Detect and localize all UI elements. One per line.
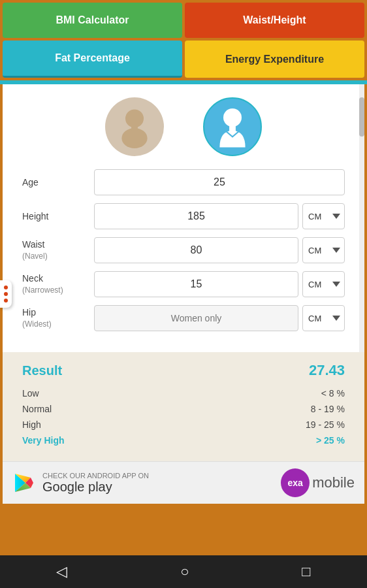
- home-button[interactable]: ○: [180, 563, 189, 580]
- recents-button[interactable]: □: [302, 563, 310, 580]
- exa-circle: exa: [281, 468, 310, 497]
- height-row: Height CM IN: [22, 203, 345, 229]
- hip-row: Hip (Widest) CM IN: [22, 305, 345, 331]
- waist-height-button[interactable]: Waist/Height: [185, 3, 364, 38]
- dot-1: [4, 286, 8, 289]
- gp-text: CHECK OUR ANDROID APP ON Google play: [42, 472, 149, 495]
- result-row-normal: Normal 8 - 19 %: [22, 401, 345, 417]
- dot-2: [4, 292, 8, 296]
- google-play-banner[interactable]: CHECK OUR ANDROID APP ON Google play exa…: [3, 461, 364, 504]
- female-avatar[interactable]: [105, 97, 164, 156]
- neck-row: Neck (Narrowest) CM IN: [22, 271, 345, 297]
- age-input[interactable]: [94, 169, 345, 195]
- waist-input[interactable]: [94, 237, 298, 263]
- back-button[interactable]: ◁: [56, 563, 67, 580]
- side-dots[interactable]: [0, 280, 12, 308]
- result-value: 27.43: [309, 362, 345, 379]
- hip-label: Hip (Widest): [22, 307, 94, 329]
- result-row-high: High 19 - 25 %: [22, 417, 345, 433]
- hip-input[interactable]: [94, 305, 298, 331]
- svg-point-3: [223, 108, 242, 127]
- scroll-thumb[interactable]: [359, 97, 364, 137]
- play-store-icon: [12, 471, 36, 495]
- age-label: Age: [22, 177, 94, 188]
- gp-left: CHECK OUR ANDROID APP ON Google play: [12, 471, 149, 495]
- bmi-calculator-button[interactable]: BMI Calculator: [3, 3, 182, 38]
- result-row-low: Low < 8 %: [22, 385, 345, 401]
- bottom-nav: ◁ ○ □: [0, 555, 367, 588]
- male-avatar[interactable]: [203, 97, 262, 156]
- waist-row: Waist (Navel) CM IN: [22, 237, 345, 263]
- height-label: Height: [22, 211, 94, 222]
- svg-rect-4: [229, 126, 236, 131]
- top-nav: BMI Calculator Waist/Height Fat Percenta…: [0, 0, 367, 80]
- scroll-track[interactable]: [359, 84, 364, 352]
- waist-unit-select[interactable]: CM IN: [302, 237, 345, 263]
- neck-input[interactable]: [94, 271, 298, 297]
- height-input[interactable]: [94, 203, 298, 229]
- age-row: Age: [22, 169, 345, 195]
- result-label: Result: [22, 363, 62, 378]
- result-row-very-high: Very High > 25 %: [22, 433, 345, 448]
- hip-unit-select[interactable]: CM IN: [302, 305, 345, 331]
- exa-text: mobile: [312, 474, 355, 491]
- svg-point-0: [125, 109, 144, 127]
- avatar-section: [3, 84, 364, 163]
- exa-logo: exa mobile: [281, 468, 355, 497]
- fat-percentage-button[interactable]: Fat Percentage: [3, 41, 182, 78]
- result-table: Low < 8 % Normal 8 - 19 % High 19 - 25 %…: [22, 385, 345, 448]
- waist-label: Waist (Navel): [22, 239, 94, 261]
- dot-3: [4, 299, 8, 302]
- energy-expenditure-button[interactable]: Energy Expenditure: [185, 41, 364, 78]
- neck-label: Neck (Narrowest): [22, 273, 94, 295]
- height-unit-select[interactable]: CM IN: [302, 203, 345, 229]
- neck-unit-select[interactable]: CM IN: [302, 271, 345, 297]
- form-area: Age Height CM IN Waist (Navel) CM IN: [3, 163, 364, 352]
- svg-rect-2: [131, 127, 138, 131]
- result-header: Result 27.43: [22, 362, 345, 379]
- main-content: Age Height CM IN Waist (Navel) CM IN: [3, 84, 364, 352]
- result-section: Result 27.43 Low < 8 % Normal 8 - 19 % H…: [3, 352, 364, 461]
